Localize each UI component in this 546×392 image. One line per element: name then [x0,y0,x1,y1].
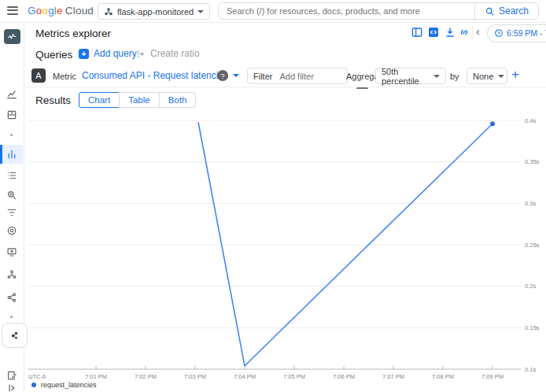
y-tick-label: 0.25s [525,242,540,249]
y-tick-label: 0.3s [525,200,536,207]
google-cloud-logo: GoogleCloud [28,5,94,17]
download-icon[interactable] [444,26,457,39]
uptime-checks-icon[interactable] [0,242,23,261]
filter-input[interactable] [278,71,336,82]
y-tick-label: 0.2s [525,283,536,290]
metrics-explorer-icon[interactable] [0,145,23,164]
x-tick-label: 7:01 PM [85,373,107,379]
overview-icon[interactable] [0,85,23,104]
chart-area: 0.4s0.35s0.3s0.25s0.2s0.15s0.1s7:01 PM7:… [24,111,546,392]
filter-label: Filter [253,72,272,81]
docs-panel-icon[interactable] [411,26,424,39]
results-tab-both[interactable]: Both [159,92,197,108]
code-icon[interactable] [427,26,441,39]
page-title: Metrics explorer [35,28,111,39]
chevron-down-icon [197,10,204,13]
incidents-icon[interactable] [0,221,23,240]
page-header: Metrics explorer ‹ 6:59 PM - 7:0 [24,22,546,44]
services-icon[interactable] [2,323,28,348]
series-line[interactable] [198,122,493,366]
group-by-value: None [473,72,493,81]
create-ratio-label: Create ratio [150,48,200,59]
query-builder-row: A Metric Consumed API - Request latencie… [24,65,546,87]
by-label: by [450,72,459,81]
nav-separator-dot [10,134,13,136]
timezone-label: UTC-6 [28,373,46,379]
y-tick-label: 0.35s [525,158,540,165]
integrations-icon[interactable] [0,288,23,307]
chart-legend: request_latencies [31,381,97,389]
ratio-icon [136,49,146,59]
clock-icon [494,28,504,38]
plus-icon: + [79,49,89,59]
results-tab-table[interactable]: Table [119,92,160,108]
search-button-label: Search [499,6,529,17]
collapse-left-icon[interactable]: ‹ [476,25,480,38]
time-range-label: 6:59 PM - 7:0 [507,28,546,38]
x-tick-label: 7:06 PM [333,373,355,379]
time-range-button[interactable]: 6:59 PM - 7:0 [487,24,546,43]
results-section-header: Results ChartTableBoth [24,89,546,112]
metric-value: Consumed API - Request latencies [82,70,228,81]
latency-line-chart[interactable]: 0.4s0.35s0.3s0.25s0.2s0.15s0.1s7:01 PM7:… [24,111,546,379]
search-icon [485,6,495,17]
x-tick-label: 7:03 PM [184,373,206,379]
legend-series-label: request_latencies [41,381,97,389]
x-tick-label: 7:02 PM [135,373,157,379]
project-selector[interactable]: flask-app-monitored [98,3,210,20]
x-tick-label: 7:05 PM [283,373,305,379]
queries-title: Queries [35,49,72,61]
aggregation-dropdown[interactable]: 50th percentile [375,68,446,84]
results-view-toggle: ChartTableBoth [79,92,196,108]
group-by-dropdown[interactable]: None [467,68,507,84]
x-tick-label: 7:09 PM [481,373,504,379]
search-input[interactable] [219,6,474,16]
divider [472,26,473,39]
alerting-list-icon[interactable] [0,166,23,185]
x-tick-label: 7:04 PM [234,373,256,379]
nav-separator-dot [10,316,13,318]
google-logo-text: Google [28,5,63,17]
help-icon[interactable]: ? [217,70,228,81]
project-icon [104,7,113,17]
create-ratio-button[interactable]: Create ratio [136,48,200,59]
chevron-down-icon [433,75,440,78]
legend-series-dot [31,383,36,387]
queries-section-header: Queries + Add query Create ratio [24,43,546,66]
results-title: Results [35,94,71,106]
cloud-logo-text: Cloud [65,5,94,17]
chevron-down-icon [498,75,504,78]
groups-icon[interactable] [0,265,23,284]
x-tick-label: 7:07 PM [382,373,404,379]
add-query-button[interactable]: + Add query [79,48,137,59]
trace-filter-icon[interactable] [0,203,23,222]
expand-panel-icon[interactable] [0,379,23,392]
monitoring-badge-icon[interactable] [4,29,20,44]
top-bar: GoogleCloud flask-app-monitored Search [0,0,546,23]
add-clause-button[interactable]: + [511,67,519,83]
menu-icon[interactable] [7,6,18,15]
y-tick-label: 0.15s [525,324,540,331]
add-query-label: Add query [94,48,137,59]
search-button[interactable]: Search [474,3,538,19]
x-tick-label: 7:08 PM [432,373,454,379]
query-letter-chip[interactable]: A [31,68,46,83]
results-tab-chart[interactable]: Chart [79,92,120,108]
chevron-down-icon [233,74,239,77]
y-tick-label: 0.4s [525,117,536,124]
series-end-point[interactable] [490,121,495,126]
metric-label: Metric [53,72,76,81]
link-icon[interactable] [458,26,471,39]
left-nav-rail [0,22,24,392]
y-tick-label: 0.1s [525,366,536,373]
log-search-icon[interactable] [0,186,23,205]
global-search: Search [218,2,539,20]
filter-field: Filter [247,68,348,84]
project-name: flask-app-monitored [117,7,194,17]
metric-dropdown[interactable]: Consumed API - Request latencies [82,70,239,81]
dashboards-icon[interactable] [0,105,23,124]
aggregation-value: 50th percentile [382,67,429,86]
